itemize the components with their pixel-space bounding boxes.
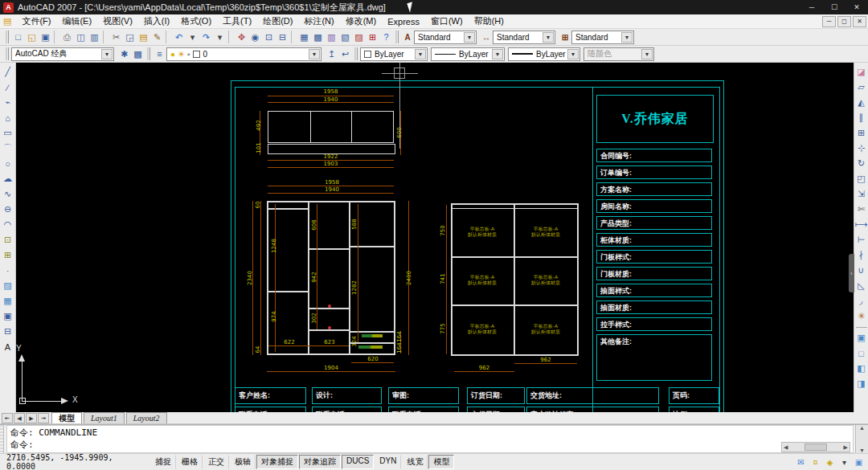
save-icon[interactable]: ▣	[39, 31, 52, 43]
chevron-down-icon[interactable]: ▾	[415, 49, 426, 59]
new-icon[interactable]: □	[11, 31, 25, 43]
erase-icon[interactable]: ◪	[855, 64, 868, 80]
layer-properties-icon[interactable]: ≡	[153, 47, 166, 60]
color-combo[interactable]: ByLayer ▾	[360, 47, 428, 61]
status-tray-icon[interactable]: ◈	[824, 456, 836, 468]
toggle-polar[interactable]: 极轴	[230, 455, 256, 469]
plot-icon[interactable]: ⎙	[60, 31, 74, 43]
chevron-down-icon[interactable]: ▾	[492, 49, 503, 59]
text-style-icon[interactable]: A	[401, 31, 414, 43]
ellipse-arc-icon[interactable]: ◠	[2, 217, 14, 232]
menu-tools[interactable]: 工具(T)	[217, 14, 257, 28]
join-icon[interactable]: ∪	[855, 263, 868, 278]
maximize-button[interactable]: ☐	[823, 0, 845, 14]
rectangle-icon[interactable]: ▭	[2, 125, 14, 141]
dim-style-combo[interactable]: Standard ▾	[493, 31, 555, 44]
lineweight-combo[interactable]: ByLayer ▾	[508, 47, 580, 61]
workspace-save-icon[interactable]: ▩	[131, 47, 145, 60]
table-style-icon[interactable]: ⊞	[559, 31, 571, 43]
menu-help[interactable]: 帮助(H)	[469, 14, 510, 28]
polygon-icon[interactable]: ⌂	[2, 110, 14, 125]
toolbar-grip[interactable]	[147, 47, 150, 60]
scale-icon[interactable]: ◰	[855, 171, 868, 186]
toolbar-expand-handle[interactable]: ›	[849, 254, 854, 292]
markup-manager-icon[interactable]: ▨	[352, 31, 366, 43]
quickcalc-icon[interactable]: ⊞	[366, 31, 379, 43]
tab-layout1[interactable]: Layout1	[84, 412, 125, 423]
cut-icon[interactable]: ✂	[109, 31, 123, 43]
tab-first-button[interactable]: ⇤	[2, 413, 13, 423]
command-input[interactable]: 命令: COMMANDLINE 命令:	[6, 425, 854, 453]
command-hscrollbar[interactable]: ◀▶	[781, 442, 850, 452]
layer-combo[interactable]: ● ☀ ▪ 0 ▾	[166, 47, 321, 61]
ellipse-icon[interactable]: ⊖	[2, 202, 14, 217]
spline-icon[interactable]: ∿	[2, 186, 14, 202]
toolbar-unlock-icon[interactable]: ¤	[809, 456, 821, 468]
menu-dimension[interactable]: 标注(N)	[298, 14, 339, 28]
gradient-icon[interactable]: ▦	[2, 293, 14, 309]
chevron-down-icon[interactable]: ▾	[567, 49, 579, 59]
workspace-settings-icon[interactable]: ✱	[117, 47, 131, 60]
chevron-down-icon[interactable]: ▾	[101, 49, 113, 59]
pan-icon[interactable]: ✥	[235, 31, 248, 43]
menu-edit[interactable]: 编辑(E)	[56, 14, 97, 28]
text-style-combo[interactable]: Standard ▾	[414, 31, 477, 44]
toolbar-grip[interactable]	[6, 47, 9, 60]
layer-lock-icon[interactable]: ▪	[187, 50, 190, 59]
communication-center-icon[interactable]: ✉	[795, 456, 807, 468]
tool-palettes-icon[interactable]: ▥	[325, 31, 338, 43]
arc-icon[interactable]: ⌒	[2, 141, 14, 156]
line-icon[interactable]: ╱	[2, 64, 14, 80]
help-icon[interactable]: ?	[379, 31, 393, 43]
table-icon[interactable]: ⊟	[2, 324, 14, 339]
tab-model[interactable]: 模型	[51, 412, 82, 423]
chevron-down-icon[interactable]: ▾	[542, 32, 554, 43]
send-under-icon[interactable]: ◨	[855, 376, 868, 391]
toggle-otrack[interactable]: 对象追踪	[299, 455, 341, 469]
tab-next-button[interactable]: ▶	[26, 413, 37, 423]
revision-cloud-icon[interactable]: ☁	[2, 171, 14, 186]
menu-window[interactable]: 窗口(W)	[425, 14, 469, 28]
zoom-window-icon[interactable]: ⊡	[262, 31, 276, 43]
circle-icon[interactable]: ○	[2, 156, 14, 171]
layer-previous-icon[interactable]: ↩	[338, 47, 352, 60]
chevron-down-icon[interactable]: ▾	[621, 32, 633, 43]
paste-icon[interactable]: ▤	[137, 31, 150, 43]
menu-draw[interactable]: 绘图(D)	[257, 14, 298, 28]
extend-icon[interactable]: ⟼	[855, 217, 868, 232]
bring-to-front-icon[interactable]: ▣	[855, 330, 868, 345]
break-at-point-icon[interactable]: ⊢	[855, 232, 868, 247]
toggle-grid[interactable]: 栅格	[177, 455, 203, 469]
trim-icon[interactable]: ✄	[855, 202, 868, 217]
rotate-icon[interactable]: ↻	[855, 156, 868, 171]
command-window-handle[interactable]	[0, 425, 4, 453]
menu-file[interactable]: 文件(F)	[16, 14, 56, 28]
mirror-icon[interactable]: ◭	[855, 95, 868, 110]
redo-arrow-icon[interactable]: ▾	[213, 31, 227, 43]
zoom-previous-icon[interactable]: ⊟	[276, 31, 289, 43]
chamfer-icon[interactable]: ◺	[855, 278, 868, 293]
tab-layout2[interactable]: Layout2	[126, 412, 167, 423]
array-icon[interactable]: ⊞	[855, 125, 868, 141]
toolbar-grip[interactable]	[395, 31, 399, 43]
match-properties-icon[interactable]: ✎	[150, 31, 164, 43]
stretch-icon[interactable]: ⇲	[855, 186, 868, 202]
mtext-icon[interactable]: A	[2, 339, 14, 354]
layer-on-bulb-icon[interactable]: ●	[170, 50, 175, 59]
copy-icon[interactable]: ◲	[123, 31, 137, 43]
region-icon[interactable]: ▣	[2, 309, 14, 324]
workspace-combo[interactable]: AutoCAD 经典 ▾	[11, 47, 114, 61]
toolbar-grip[interactable]	[354, 47, 358, 60]
open-icon[interactable]: ◱	[25, 31, 39, 43]
designcenter-icon[interactable]: ▩	[311, 31, 325, 43]
status-menu-arrow-icon[interactable]: ▾	[838, 456, 850, 468]
plot-preview-icon[interactable]: ◫	[74, 31, 88, 43]
dim-style-icon[interactable]: ↔	[480, 31, 493, 43]
redo-icon[interactable]: ↷	[199, 31, 213, 43]
break-icon[interactable]: ∤	[855, 247, 868, 263]
tab-prev-button[interactable]: ◀	[14, 413, 25, 423]
construction-line-icon[interactable]: ∕	[2, 80, 14, 95]
close-button[interactable]: ✕	[845, 0, 868, 14]
menu-format[interactable]: 格式(O)	[175, 14, 217, 28]
toggle-lineweight[interactable]: 线宽	[402, 455, 428, 469]
